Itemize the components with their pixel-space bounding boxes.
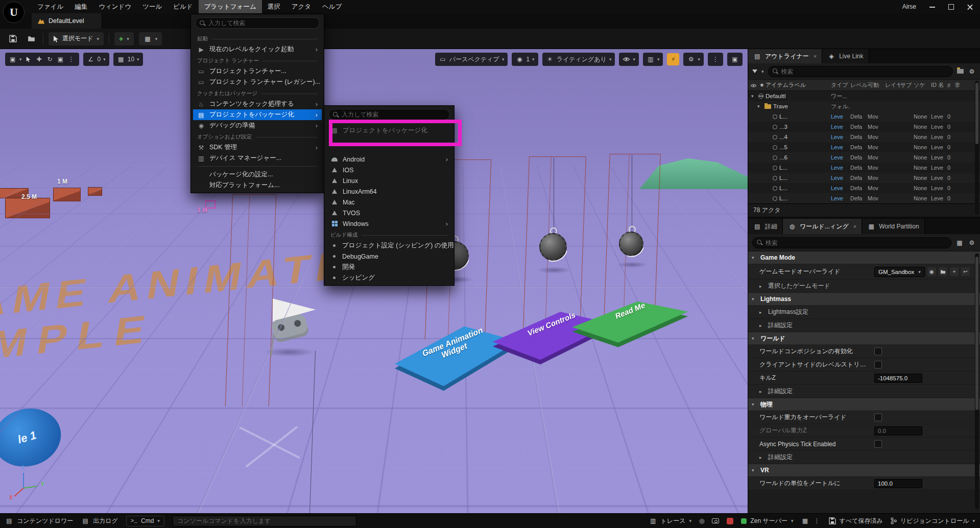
tab-outliner[interactable]: ▤ アウトライナー × (748, 49, 822, 63)
kill-z-input[interactable]: -1048575.0 (874, 374, 922, 383)
category-vr[interactable]: ▾ VR (748, 464, 980, 477)
rotate-tool-button[interactable]: ↻ (46, 56, 54, 63)
rotation-snap-control[interactable]: ∠ 0 ▾ (83, 53, 109, 66)
outliner-actor-row[interactable]: L... Leve Defa Mov None Leve 0 (748, 173, 980, 183)
menu-file[interactable]: ファイル (32, 0, 69, 13)
outliner-actor-row[interactable]: L... Leve Defa Mov None Leve 0 (748, 111, 980, 122)
unreal-logo-icon[interactable]: U (3, 2, 25, 23)
outliner-scrollbar[interactable] (975, 81, 979, 215)
menu-actor[interactable]: アクタ (286, 0, 317, 13)
add-actor-dropdown[interactable]: + ▾ (114, 32, 134, 45)
viewport-more-menu[interactable]: ⋮ (708, 53, 723, 66)
move-tool-button[interactable]: ✚ (35, 56, 43, 63)
browse-icon[interactable] (939, 267, 947, 276)
menu-item-cook-content[interactable]: ♨ コンテンツをクック処理する › (193, 99, 322, 109)
outliner-settings-icon[interactable]: ⚙ (968, 68, 976, 75)
menu-item-project-launcher[interactable]: ▭ プロジェクトランチャー... (193, 66, 322, 77)
grid-snap-control[interactable]: ▦ 10 ▾ (113, 53, 143, 66)
pin-column-icon[interactable]: ★ (758, 82, 766, 88)
details-search-input[interactable] (766, 239, 947, 246)
screenshot-button[interactable] (712, 518, 719, 523)
tab-defaultlevel[interactable]: DefaultLevel (32, 13, 102, 29)
close-tab-icon[interactable]: × (814, 53, 817, 59)
menu-window[interactable]: ウィンドウ (93, 0, 137, 13)
minimize-button[interactable] (929, 4, 935, 10)
menu-build[interactable]: ビルド (168, 0, 198, 13)
maximize-viewport-button[interactable]: ▣ (727, 53, 743, 66)
menu-item-packaging-settings[interactable]: パッケージ化の設定... (193, 169, 322, 180)
transform-space-dropdown[interactable]: ▣ (9, 56, 17, 63)
visibility-dropdown[interactable]: ▾ (619, 53, 639, 66)
camera-perspective-dropdown[interactable]: ▭ パースペクティブ ▾ (435, 53, 508, 66)
submenu-item-windows[interactable]: Windows › (326, 218, 452, 229)
tab-details[interactable]: ▤ 詳細 (748, 219, 783, 234)
console-command-input[interactable] (177, 517, 352, 524)
build-config-item[interactable]: シッピング (326, 272, 452, 283)
add-folder-icon[interactable] (957, 69, 964, 74)
outliner-actor-row[interactable]: L... Leve Defa Mov None Leve 0 (748, 183, 980, 193)
menu-item-package-project[interactable]: ▤ プロジェクトをパッケージ化 › (193, 109, 322, 120)
row-physics-advanced[interactable]: ▸詳細設定 (748, 451, 980, 464)
menu-platforms[interactable]: プラットフォーム (199, 0, 262, 13)
select-tool-button[interactable] (25, 56, 33, 62)
trace-dropdown[interactable]: ▥ トレース ▾ (649, 517, 691, 525)
insights-button[interactable]: ◎ (699, 517, 704, 524)
menu-item-supported-platforms[interactable]: 対応プラットフォーム... (193, 180, 322, 191)
outliner-actor-row[interactable]: L... Leve Defa Mov None Leve 0 (748, 193, 980, 203)
build-config-item[interactable]: DebugGame (326, 251, 452, 262)
close-button[interactable] (967, 4, 973, 10)
filter-icon[interactable] (752, 70, 757, 73)
source-control-save-button[interactable]: すべて保存済み (829, 517, 883, 525)
category-game-mode[interactable]: ▾ Game Mode (748, 251, 980, 264)
submenu-search-input[interactable] (342, 111, 445, 118)
show-flags-dropdown[interactable]: ▥ ▾ (643, 53, 663, 66)
compile-icon[interactable]: ◉ (927, 267, 936, 276)
global-gravity-input[interactable]: 0.0 (874, 426, 922, 435)
menu-select[interactable]: 選択 (262, 0, 286, 13)
outliner-actor-row[interactable]: ...3 Leve Defa Mov None Leve 0 (748, 122, 980, 132)
more-tools-icon[interactable]: ⋮ (67, 56, 76, 63)
submenu-item-tvos[interactable]: TVOS › (326, 208, 452, 218)
menu-item-quick-launch[interactable]: ▶ 現在のレベルをクイック起動 › (193, 44, 322, 55)
async-physics-checkbox[interactable] (874, 440, 882, 448)
category-physics[interactable]: ▾ 物理 (748, 398, 980, 411)
details-settings-icon[interactable]: ⚙ (968, 239, 976, 246)
client-streaming-checkbox[interactable] (874, 361, 882, 369)
menu-help[interactable]: ヘルプ (317, 0, 347, 13)
world-composition-checkbox[interactable] (874, 348, 882, 355)
tab-world-partition[interactable]: ▦ World Partition (862, 219, 924, 234)
row-lightmass-settings[interactable]: ▸Lightmass設定 (748, 306, 980, 319)
expanded-arrow-icon[interactable]: ▾ (757, 104, 762, 109)
outliner-actor-row[interactable]: L... Leve Defa Mov None Leve 0 (748, 163, 980, 173)
menu-tools[interactable]: ツール (137, 0, 168, 13)
submenu-item-mac[interactable]: Mac › (326, 197, 452, 208)
view-mode-dropdown[interactable]: ☀ ライティングあり ▾ (542, 53, 615, 66)
row-world-advanced[interactable]: ▸詳細設定 (748, 385, 980, 398)
menu-item-sdk-management[interactable]: ⚒ SDK 管理 › (193, 142, 322, 153)
row-selected-gamemode[interactable]: ▸選択したゲームモード (748, 280, 980, 293)
column-item-label[interactable]: アイテムラベル (766, 81, 831, 89)
expanded-arrow-icon[interactable]: ▾ (751, 94, 756, 99)
outliner-row-folder[interactable]: ▾ Trave フォル... (748, 101, 980, 111)
outliner-search-input[interactable] (781, 68, 948, 75)
category-lightmass[interactable]: ▾ Lightmass (748, 293, 980, 306)
world-to-meters-input[interactable]: 100.0 (874, 479, 922, 488)
outliner-actor-row[interactable]: ...6 Leve Defa Mov None Leve 0 (748, 152, 980, 163)
reset-icon[interactable]: ↩ (961, 267, 970, 276)
output-log-button[interactable]: ▤ 出力ログ (81, 517, 118, 525)
gravity-override-checkbox[interactable] (874, 414, 882, 421)
platform-menu-search-input[interactable] (208, 19, 315, 27)
outliner-row-world[interactable]: ▾ DefaultI ワー... (748, 91, 980, 101)
gamemode-dropdown[interactable]: GM_Sandbox ▾ (874, 267, 925, 277)
row-lightmass-advanced[interactable]: ▸詳細設定 (748, 319, 980, 332)
details-scrollbar[interactable] (975, 254, 979, 509)
build-config-item[interactable]: 開発 (326, 262, 452, 272)
cmd-dropdown[interactable]: >_ Cmd ▾ (126, 516, 164, 526)
close-tab-icon[interactable]: × (853, 223, 856, 229)
derived-data-button[interactable]: ▦ ⋮ (801, 517, 821, 524)
display-options-icon[interactable]: ▦ (955, 239, 964, 246)
content-browser-button[interactable] (25, 32, 38, 45)
menu-item-project-launcher-legacy[interactable]: ▭ プロジェクト ランチャー (レガシー)... (193, 77, 322, 87)
camera-speed-control[interactable]: ◉ 1 ▾ (512, 53, 538, 66)
blueprints-dropdown[interactable]: ▦ ▾ (139, 32, 162, 45)
